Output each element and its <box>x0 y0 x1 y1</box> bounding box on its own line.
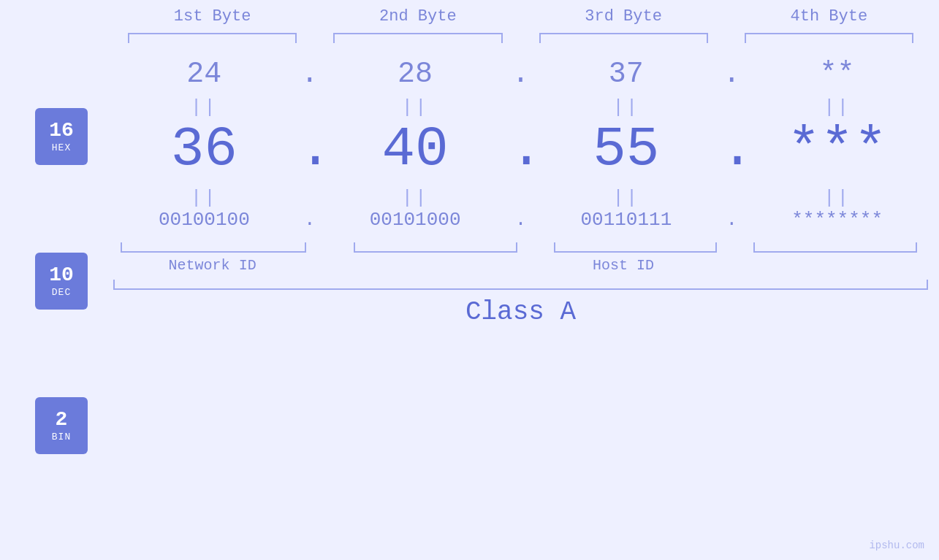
bin-row: 00100100 . 00101000 . 00110111 . *******… <box>102 209 932 231</box>
hex-val-1: 24 <box>110 58 299 91</box>
top-bracket-line-1 <box>128 33 297 43</box>
top-bracket-2 <box>315 33 520 43</box>
byte-header-3: 3rd Byte <box>521 7 726 33</box>
bin-base-label: BIN <box>52 431 71 442</box>
eq1-1: || <box>110 96 299 118</box>
dec-base-label: DEC <box>52 287 71 298</box>
top-bracket-line-2 <box>333 33 502 43</box>
dot-hex-1: . <box>299 58 321 91</box>
bot-bracket-line-1 <box>121 242 306 253</box>
hex-val-3: 37 <box>532 58 721 91</box>
hex-badge: 16 HEX <box>35 108 88 165</box>
bin-val-3: 00110111 <box>532 209 721 231</box>
equals-row-2: || || || || <box>102 187 932 209</box>
dot-dec-3: . <box>721 118 742 181</box>
eq1-4: || <box>742 96 932 118</box>
big-bracket <box>113 280 928 290</box>
dot-bin-2: . <box>510 209 532 231</box>
dot-bin-3: . <box>721 209 742 231</box>
class-label-row: Class A <box>102 297 932 327</box>
base-badges: 16 HEX 10 DEC 2 BIN <box>35 108 88 454</box>
dec-badge: 10 DEC <box>35 253 88 310</box>
id-labels-row: Network ID Host ID <box>102 257 932 274</box>
top-bracket-3 <box>521 33 726 43</box>
hex-base-num: 16 <box>49 120 74 142</box>
dot-hex-3: . <box>721 58 742 91</box>
hex-row: 24 . 28 . 37 . ** <box>102 58 932 91</box>
dec-val-2: 40 <box>321 118 510 181</box>
bottom-brackets <box>102 242 932 253</box>
eq2-1: || <box>110 187 299 209</box>
bin-val-4: ******** <box>742 209 932 231</box>
dot-bin-1: . <box>299 209 321 231</box>
bot-bracket-line-3 <box>554 242 718 253</box>
bot-bracket-1 <box>110 242 317 253</box>
top-brackets <box>102 33 932 43</box>
dot-dec-1: . <box>299 118 321 181</box>
eq2-3: || <box>532 187 721 209</box>
bin-val-2: 00101000 <box>321 209 510 231</box>
top-bracket-line-3 <box>539 33 708 43</box>
top-bracket-1 <box>110 33 315 43</box>
dot-dec-2: . <box>510 118 532 181</box>
dec-row: 36 . 40 . 55 . *** <box>102 118 932 181</box>
byte-header-4: 4th Byte <box>726 7 932 33</box>
network-id-label: Network ID <box>110 257 315 274</box>
top-bracket-4 <box>726 33 932 43</box>
hex-val-2: 28 <box>321 58 510 91</box>
class-label: Class A <box>110 297 932 327</box>
eq2-2: || <box>321 187 510 209</box>
bin-badge: 2 BIN <box>35 397 88 454</box>
byte-header-2: 2nd Byte <box>315 7 520 33</box>
bot-bracket-line-4 <box>753 242 917 253</box>
eq1-2: || <box>321 96 510 118</box>
bot-bracket-234 <box>339 242 932 253</box>
bin-base-num: 2 <box>56 409 68 431</box>
dec-val-1: 36 <box>110 118 299 181</box>
bin-val-1: 00100100 <box>110 209 299 231</box>
hex-val-4: ** <box>742 58 932 91</box>
dec-val-3: 55 <box>532 118 721 181</box>
big-bracket-row <box>102 280 932 290</box>
equals-row-1: || || || || <box>102 96 932 118</box>
main-container: 16 HEX 10 DEC 2 BIN 1st Byte 2nd Byte 3r… <box>0 0 939 560</box>
host-id-label: Host ID <box>315 257 932 274</box>
watermark: ipshu.com <box>869 540 924 551</box>
byte-headers: 1st Byte 2nd Byte 3rd Byte 4th Byte <box>102 7 932 33</box>
dec-base-num: 10 <box>49 264 74 287</box>
eq1-3: || <box>532 96 721 118</box>
dec-val-4: *** <box>742 118 932 181</box>
bot-bracket-line-2 <box>354 242 517 253</box>
eq2-4: || <box>742 187 932 209</box>
byte-header-1: 1st Byte <box>110 7 315 33</box>
hex-base-label: HEX <box>52 142 71 153</box>
top-bracket-line-4 <box>745 33 913 43</box>
rows-wrapper: 1st Byte 2nd Byte 3rd Byte 4th Byte 24 <box>102 7 932 553</box>
dot-hex-2: . <box>510 58 532 91</box>
